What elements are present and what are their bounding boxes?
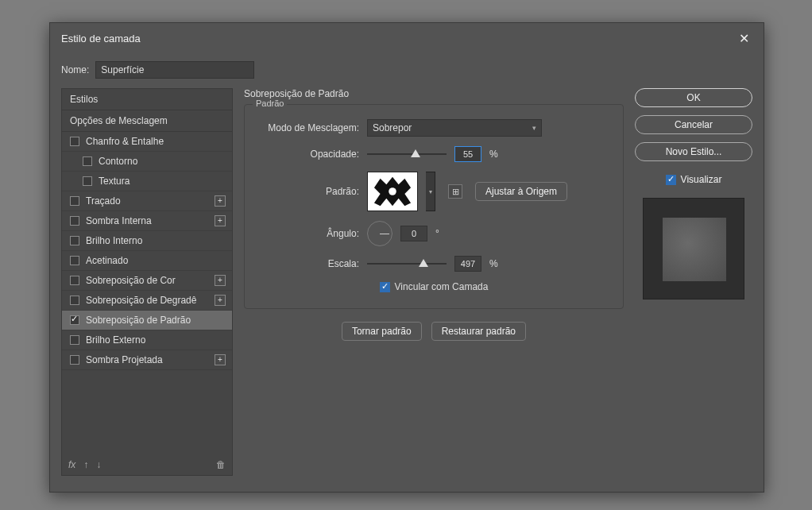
checkbox-icon[interactable]: [83, 156, 92, 166]
link-with-layer-label: Vincular com Camada: [395, 281, 489, 292]
scale-row: Escala: %: [256, 256, 612, 272]
checkbox-icon[interactable]: [70, 315, 79, 325]
angle-label: Ângulo:: [256, 228, 359, 239]
name-row: Nome:: [61, 61, 752, 79]
svg-point-1: [389, 187, 396, 195]
pattern-picker-chevron-icon[interactable]: ▾: [426, 172, 435, 211]
sidebar-item-stroke[interactable]: Traçado +: [62, 191, 232, 211]
opacity-input[interactable]: [454, 146, 481, 162]
checkbox-icon[interactable]: [83, 176, 92, 186]
sidebar-item-label: Contorno: [99, 156, 137, 167]
sidebar-item-label: Chanfro & Entalhe: [86, 136, 164, 147]
ok-button[interactable]: OK: [635, 88, 752, 107]
visualize-checkbox[interactable]: [666, 175, 676, 185]
styles-sidebar: Estilos Opções de Mesclagem Chanfro & En…: [61, 88, 233, 476]
blend-mode-value: Sobrepor: [373, 122, 412, 133]
checkbox-icon[interactable]: [70, 256, 79, 265]
pattern-overlay-panel: Sobreposição de Padrão Padrão Modo de Me…: [244, 88, 624, 476]
sidebar-item-label: Sombra Interna: [86, 215, 152, 226]
angle-dial[interactable]: [367, 221, 392, 246]
sidebar-item-inner-shadow[interactable]: Sombra Interna +: [62, 211, 232, 231]
sidebar-blend-opts[interactable]: Opções de Mesclagem: [62, 110, 232, 132]
pattern-fieldset: Padrão Modo de Mesclagem: Sobrepor ▾ Opa…: [244, 104, 624, 309]
opacity-label: Opacidade:: [256, 149, 359, 160]
checkbox-icon[interactable]: [70, 216, 79, 226]
pattern-label: Padrão:: [256, 186, 359, 197]
trash-icon[interactable]: 🗑: [216, 459, 226, 470]
sidebar-item-drop-shadow[interactable]: Sombra Projetada +: [62, 350, 232, 370]
default-buttons-row: Tornar padrão Restaurar padrão: [244, 322, 624, 341]
layer-style-dialog: Estilo de camada ✕ Nome: Estilos Opções …: [49, 22, 764, 493]
name-input[interactable]: [95, 61, 254, 79]
checkbox-icon[interactable]: [70, 196, 79, 206]
degree-unit: °: [435, 228, 439, 239]
main-columns: Estilos Opções de Mesclagem Chanfro & En…: [61, 88, 752, 476]
opacity-slider[interactable]: [367, 149, 447, 159]
scale-input[interactable]: [454, 256, 481, 272]
plus-icon[interactable]: +: [215, 195, 226, 207]
close-icon[interactable]: ✕: [736, 28, 752, 49]
checkbox-icon[interactable]: [70, 296, 79, 305]
new-pattern-snapshot-icon[interactable]: ⊞: [448, 184, 462, 199]
sidebar-item-label: Sobreposição de Padrão: [86, 315, 191, 326]
chevron-down-icon: ▾: [532, 124, 536, 132]
percent-unit: %: [489, 149, 498, 160]
sidebar-item-label: Brilho Externo: [86, 334, 145, 346]
preview-box: [643, 198, 744, 299]
pattern-thumbnail-icon: [368, 172, 417, 211]
cancel-button[interactable]: Cancelar: [635, 115, 752, 134]
new-style-button[interactable]: Novo Estilo...: [635, 142, 752, 161]
sidebar-item-label: Textura: [99, 176, 130, 187]
blend-mode-select[interactable]: Sobrepor ▾: [367, 119, 542, 137]
sidebar-item-satin[interactable]: Acetinado: [62, 251, 232, 271]
pattern-swatch[interactable]: [367, 172, 418, 211]
sidebar-item-pattern-overlay[interactable]: Sobreposição de Padrão: [62, 311, 232, 330]
sidebar-styles-head[interactable]: Estilos: [62, 89, 232, 110]
arrow-up-icon[interactable]: ↑: [83, 459, 88, 470]
visualize-label: Visualizar: [681, 174, 722, 185]
sidebar-item-bevel[interactable]: Chanfro & Entalhe: [62, 132, 232, 152]
checkbox-icon[interactable]: [70, 276, 79, 285]
link-with-layer-checkbox[interactable]: [380, 282, 390, 292]
right-column: OK Cancelar Novo Estilo... Visualizar: [635, 88, 752, 476]
checkbox-icon[interactable]: [70, 137, 79, 146]
dialog-titlebar: Estilo de camada ✕: [50, 23, 764, 53]
sidebar-item-label: Sobreposição de Degradê: [86, 295, 196, 306]
sidebar-item-contour[interactable]: Contorno: [62, 152, 232, 172]
sidebar-item-label: Acetinado: [86, 255, 128, 266]
sidebar-item-inner-glow[interactable]: Brilho Interno: [62, 231, 232, 251]
panel-title: Sobreposição de Padrão: [244, 88, 624, 99]
checkbox-icon[interactable]: [70, 335, 79, 345]
scale-label: Escala:: [256, 258, 359, 269]
angle-row: Ângulo: °: [256, 221, 612, 246]
snap-to-origin-button[interactable]: Ajustar à Origem: [475, 182, 567, 201]
plus-icon[interactable]: +: [215, 354, 226, 365]
link-with-layer-row: Vincular com Camada: [256, 281, 612, 292]
plus-icon[interactable]: +: [215, 215, 226, 226]
sidebar-item-label: Brilho Interno: [86, 235, 142, 246]
dialog-body: Nome: Estilos Opções de Mesclagem Chanfr…: [50, 53, 764, 492]
reset-default-button[interactable]: Restaurar padrão: [431, 322, 526, 341]
pattern-row: Padrão: ▾ ⊞ Ajustar: [256, 172, 612, 211]
preview-swatch: [663, 218, 726, 281]
sidebar-item-color-overlay[interactable]: Sobreposição de Cor +: [62, 271, 232, 291]
name-label: Nome:: [61, 64, 89, 75]
scale-slider[interactable]: [367, 259, 447, 269]
sidebar-item-label: Sobreposição de Cor: [86, 275, 176, 286]
sidebar-footer: fx ↑ ↓ 🗑: [62, 454, 232, 475]
arrow-down-icon[interactable]: ↓: [96, 459, 101, 470]
opacity-row: Opacidade: %: [256, 146, 612, 162]
sidebar-item-texture[interactable]: Textura: [62, 172, 232, 191]
fieldset-legend: Padrão: [253, 99, 287, 108]
sidebar-item-label: Traçado: [86, 195, 121, 207]
sidebar-item-outer-glow[interactable]: Brilho Externo: [62, 330, 232, 350]
make-default-button[interactable]: Tornar padrão: [342, 322, 422, 341]
blend-mode-row: Modo de Mesclagem: Sobrepor ▾: [256, 119, 612, 137]
checkbox-icon[interactable]: [70, 236, 79, 245]
checkbox-icon[interactable]: [70, 355, 79, 365]
plus-icon[interactable]: +: [215, 275, 226, 286]
sidebar-item-gradient-overlay[interactable]: Sobreposição de Degradê +: [62, 291, 232, 311]
fx-menu-icon[interactable]: fx: [68, 459, 75, 470]
angle-input[interactable]: [400, 226, 427, 241]
plus-icon[interactable]: +: [215, 295, 226, 306]
